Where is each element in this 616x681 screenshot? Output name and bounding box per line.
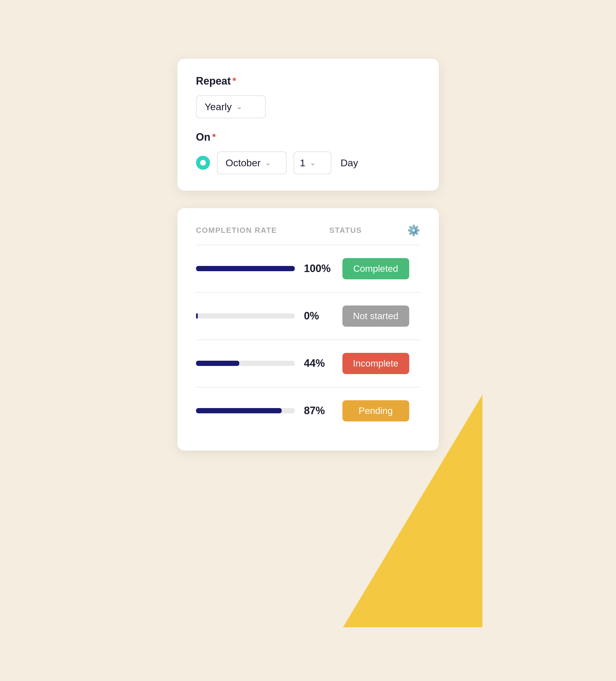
table-row: 100% Completed — [196, 245, 420, 293]
on-required-star: * — [212, 132, 216, 143]
status-badge-incomplete: Incomplete — [342, 353, 409, 374]
table-header: COMPLETION RATE STATUS ⚙️ — [196, 224, 420, 245]
frequency-select[interactable]: Yearly ⌄ — [196, 95, 266, 118]
progress-bar-container — [196, 266, 295, 271]
progress-bar-container — [196, 408, 295, 413]
repeat-text: Repeat — [196, 75, 231, 87]
table-headers-left: COMPLETION RATE STATUS — [196, 226, 362, 235]
gear-icon[interactable]: ⚙️ — [407, 224, 420, 236]
progress-bar-fill — [196, 408, 282, 413]
percentage-text: 100% — [304, 262, 333, 275]
repeat-card: Repeat * Yearly ⌄ On * October ⌄ 1 ⌄ Day — [178, 59, 439, 191]
month-select[interactable]: October ⌄ — [217, 151, 287, 174]
progress-bar-container — [196, 361, 295, 366]
day-select[interactable]: 1 ⌄ — [294, 151, 331, 174]
completion-card: COMPLETION RATE STATUS ⚙️ 100% Completed… — [178, 208, 439, 451]
radio-inner-dot — [200, 160, 206, 166]
day-select-value: 1 — [300, 157, 305, 169]
frequency-select-value: Yearly — [205, 101, 232, 112]
on-text: On — [196, 131, 211, 143]
status-badge-completed: Completed — [342, 258, 409, 279]
month-chevron-icon: ⌄ — [265, 159, 271, 167]
table-row: 0% Not started — [196, 293, 420, 340]
percentage-text: 44% — [304, 357, 333, 370]
on-label: On * — [196, 131, 420, 143]
radio-button[interactable] — [196, 156, 210, 170]
progress-bar-container — [196, 313, 295, 319]
on-row: October ⌄ 1 ⌄ Day — [196, 151, 420, 174]
table-row: 44% Incomplete — [196, 340, 420, 387]
progress-bar-fill — [196, 266, 295, 271]
status-badge-pending: Pending — [342, 400, 409, 422]
month-select-value: October — [226, 157, 261, 169]
col-header-completion-rate: COMPLETION RATE — [196, 226, 277, 235]
day-chevron-icon: ⌄ — [310, 159, 316, 167]
progress-bar-fill — [196, 313, 198, 319]
progress-bar-fill — [196, 361, 240, 366]
col-header-status: STATUS — [329, 226, 362, 235]
percentage-text: 87% — [304, 405, 333, 417]
table-row: 87% Pending — [196, 387, 420, 434]
percentage-text: 0% — [304, 310, 333, 322]
repeat-required-star: * — [233, 76, 236, 86]
repeat-label: Repeat * — [196, 75, 420, 87]
page-container: Repeat * Yearly ⌄ On * October ⌄ 1 ⌄ Day — [149, 35, 468, 646]
day-label-text: Day — [341, 157, 358, 169]
frequency-chevron-icon: ⌄ — [236, 103, 242, 111]
status-badge-not-started: Not started — [342, 305, 409, 327]
